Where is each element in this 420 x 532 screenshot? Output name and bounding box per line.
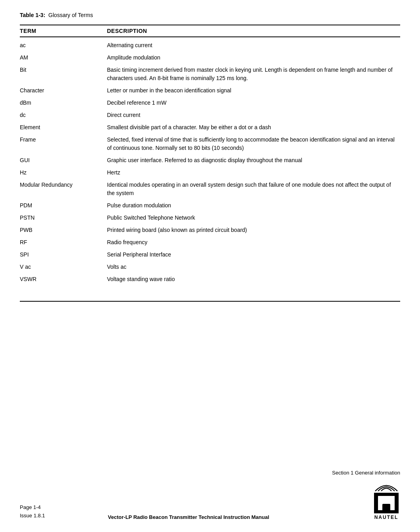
table-bottom-border bbox=[20, 301, 400, 302]
table-row: dBmDecibel reference 1 mW bbox=[20, 95, 400, 107]
term-cell: V ac bbox=[20, 259, 107, 271]
table-row: Modular RedundancyIdentical modules oper… bbox=[20, 177, 400, 197]
term-cell: dc bbox=[20, 107, 107, 119]
glossary-table: TERM DESCRIPTION acAlternating currentAM… bbox=[20, 25, 400, 289]
table-row: SPISerial Peripheral Interface bbox=[20, 247, 400, 259]
description-cell: Smallest divisible part of a character. … bbox=[107, 119, 400, 132]
section-label: Section 1 General information bbox=[332, 469, 400, 477]
table-header-row: TERM DESCRIPTION bbox=[20, 25, 400, 37]
footer-left: Page 1-4 Issue 1.8.1 bbox=[20, 503, 45, 520]
description-cell: Graphic user interface. Referred to as d… bbox=[107, 152, 400, 165]
table-row: V acVolts ac bbox=[20, 259, 400, 271]
term-cell: Modular Redundancy bbox=[20, 177, 107, 197]
term-cell: AM bbox=[20, 50, 107, 62]
term-cell: RF bbox=[20, 234, 107, 247]
col-desc-header: DESCRIPTION bbox=[107, 25, 400, 37]
table-row: CharacterLetter or number in the beacon … bbox=[20, 82, 400, 95]
table-row: PWBPrinted wiring board (also known as p… bbox=[20, 222, 400, 234]
description-cell: Identical modules operating in an overal… bbox=[107, 177, 400, 197]
table-row: HzHertz bbox=[20, 165, 400, 177]
nautel-icon-box bbox=[374, 493, 399, 513]
page-number: Page 1-4 bbox=[20, 503, 45, 512]
table-row: ElementSmallest divisible part of a char… bbox=[20, 119, 400, 132]
description-cell: Basic timing increment derived from mast… bbox=[107, 62, 400, 82]
table-row: PSTNPublic Switched Telephone Network bbox=[20, 210, 400, 222]
term-cell: VSWR bbox=[20, 271, 107, 289]
description-cell: Alternating current bbox=[107, 37, 400, 50]
description-cell: Decibel reference 1 mW bbox=[107, 95, 400, 107]
description-cell: Pulse duration modulation bbox=[107, 197, 400, 210]
description-cell: Public Switched Telephone Network bbox=[107, 210, 400, 222]
description-cell: Selected, fixed interval of time that is… bbox=[107, 132, 400, 152]
page-footer: Page 1-4 Issue 1.8.1 Vector-LP Radio Bea… bbox=[20, 469, 400, 520]
term-cell: Bit bbox=[20, 62, 107, 82]
table-row: FrameSelected, fixed interval of time th… bbox=[20, 132, 400, 152]
description-cell: Direct current bbox=[107, 107, 400, 119]
term-cell: Hz bbox=[20, 165, 107, 177]
table-row: VSWRVoltage standing wave ratio bbox=[20, 271, 400, 289]
nautel-logo-container: nautel bbox=[372, 479, 400, 520]
term-cell: Frame bbox=[20, 132, 107, 152]
nautel-text: nautel bbox=[374, 515, 399, 520]
description-cell: Radio frequency bbox=[107, 234, 400, 247]
term-cell: Character bbox=[20, 82, 107, 95]
table-row: BitBasic timing increment derived from m… bbox=[20, 62, 400, 82]
table-row: PDMPulse duration modulation bbox=[20, 197, 400, 210]
term-cell: PDM bbox=[20, 197, 107, 210]
term-cell: PWB bbox=[20, 222, 107, 234]
footer-center: Vector-LP Radio Beacon Transmitter Techn… bbox=[45, 514, 332, 520]
description-cell: Hertz bbox=[107, 165, 400, 177]
signal-waves-icon bbox=[372, 479, 400, 493]
footer-right: Section 1 General information bbox=[332, 469, 400, 477]
table-row: acAlternating current bbox=[20, 37, 400, 50]
table-row: dcDirect current bbox=[20, 107, 400, 119]
term-cell: ac bbox=[20, 37, 107, 50]
description-cell: Voltage standing wave ratio bbox=[107, 271, 400, 289]
description-cell: Printed wiring board (also known as prin… bbox=[107, 222, 400, 234]
issue-number: Issue 1.8.1 bbox=[20, 512, 45, 520]
title-normal: Glossary of Terms bbox=[47, 12, 93, 18]
description-cell: Amplitude modulation bbox=[107, 50, 400, 62]
description-cell: Volts ac bbox=[107, 259, 400, 271]
term-cell: PSTN bbox=[20, 210, 107, 222]
manual-title: Vector-LP Radio Beacon Transmitter Techn… bbox=[53, 514, 324, 520]
table-row: RFRadio frequency bbox=[20, 234, 400, 247]
col-term-header: TERM bbox=[20, 25, 107, 37]
table-row: GUIGraphic user interface. Referred to a… bbox=[20, 152, 400, 165]
term-cell: SPI bbox=[20, 247, 107, 259]
term-cell: GUI bbox=[20, 152, 107, 165]
table-row: AMAmplitude modulation bbox=[20, 50, 400, 62]
page-title: Table 1-3: Glossary of Terms bbox=[20, 12, 400, 18]
term-cell: Element bbox=[20, 119, 107, 132]
description-cell: Serial Peripheral Interface bbox=[107, 247, 400, 259]
title-bold: Table 1-3: bbox=[20, 12, 47, 18]
term-cell: dBm bbox=[20, 95, 107, 107]
description-cell: Letter or number in the beacon identific… bbox=[107, 82, 400, 95]
